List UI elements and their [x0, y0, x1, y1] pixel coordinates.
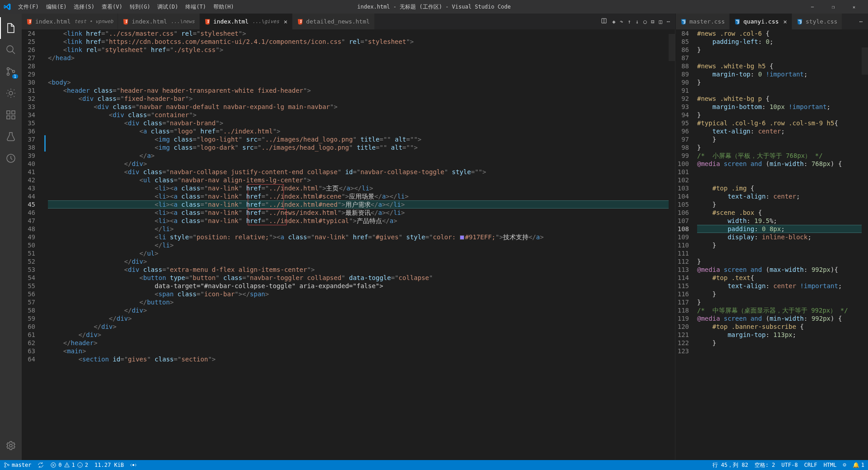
editor-tab[interactable]: style.css: [792, 14, 842, 29]
timeline-icon[interactable]: [0, 147, 22, 169]
minimap[interactable]: [669, 29, 675, 460]
code-line[interactable]: #typical .col-lg-6 .row .col-sm-9 h5{: [697, 119, 862, 127]
minimize-button[interactable]: ─: [802, 5, 823, 9]
code-line[interactable]: display: inline-block;: [697, 233, 862, 241]
code-line[interactable]: <link rel="stylesheet" href="./style.css…: [48, 46, 669, 54]
code-line[interactable]: @media screen and (min-width: 768px) {: [697, 160, 862, 168]
next-change-icon[interactable]: ↓: [636, 19, 639, 25]
code-line[interactable]: [697, 86, 862, 95]
editor-right[interactable]: 8485868788899091929394959697989910010110…: [675, 29, 868, 460]
code-line[interactable]: #news .row .col-6 {: [697, 29, 862, 38]
code-line[interactable]: }: [697, 111, 862, 119]
code-line[interactable]: </div>: [48, 306, 669, 314]
code-line[interactable]: /* 小屏幕（平板，大于等于 768px） */: [697, 152, 862, 160]
code-line[interactable]: width: 19.5%;: [697, 217, 862, 225]
code-line[interactable]: </div>: [48, 257, 669, 266]
code-line[interactable]: [697, 249, 862, 257]
menu-bar[interactable]: 文件(F) 编辑(E) 选择(S) 查看(V) 转到(G) 调试(D) 终端(T…: [14, 3, 238, 11]
code-line[interactable]: <img class="logo-light" src="../images/h…: [48, 135, 669, 143]
more-actions-icon[interactable]: ⋯: [667, 19, 670, 25]
code-line[interactable]: <li><a class="nav-link" href="../index.h…: [48, 217, 669, 225]
code-line[interactable]: <a class="logo" href="../index.html">: [48, 127, 669, 135]
code-line[interactable]: #top .img {: [697, 184, 862, 192]
code-line[interactable]: <div class="navbar navbar-default navbar…: [48, 103, 669, 111]
search-icon[interactable]: [0, 39, 22, 61]
code-line[interactable]: }: [697, 241, 862, 249]
editor-tab[interactable]: index.htmltest • vpnweb: [22, 14, 118, 29]
code-line[interactable]: </head>: [48, 54, 669, 62]
code-line[interactable]: margin-top: 0 !important;: [697, 70, 862, 78]
compare-icon[interactable]: [600, 17, 608, 26]
circle-icon[interactable]: ◯: [643, 19, 646, 25]
code-line[interactable]: }: [697, 298, 862, 306]
code-line[interactable]: <main>: [48, 347, 669, 355]
menu-terminal[interactable]: 终端(T): [182, 3, 210, 11]
go-forward-icon[interactable]: ↷: [620, 19, 623, 25]
code-line[interactable]: #scene .box {: [697, 209, 862, 217]
editor-tab[interactable]: master.css: [676, 14, 730, 29]
status-lncol[interactable]: 行 45，列 82: [712, 461, 748, 469]
code-line[interactable]: <img class="logo-dark" src="../images/he…: [48, 143, 669, 152]
menu-help[interactable]: 帮助(H): [210, 3, 238, 11]
status-lang[interactable]: HTML: [824, 462, 837, 468]
code-line[interactable]: #top .banner-subscribe {: [697, 323, 862, 331]
code-line[interactable]: <li><a class="nav-link" href="../index.h…: [48, 200, 669, 209]
code-line[interactable]: text-align: center;: [697, 127, 862, 135]
editor-tab[interactable]: detailed_news.html: [292, 14, 375, 29]
code-line[interactable]: <button type="button" class="navbar-togg…: [48, 274, 669, 282]
menu-view[interactable]: 查看(V): [98, 3, 126, 11]
go-back-icon[interactable]: ◈: [612, 19, 615, 25]
status-bell[interactable]: 🔔1: [853, 462, 864, 468]
code-line[interactable]: @media screen and (min-width: 992px) {: [697, 314, 862, 323]
code-line[interactable]: <ul class="navbar-nav align-items-lg-cen…: [48, 176, 669, 184]
code-line[interactable]: [697, 347, 862, 355]
code-line[interactable]: </div>: [48, 314, 669, 323]
split-editor-icon[interactable]: ◫: [659, 19, 662, 25]
code-line[interactable]: }: [697, 290, 862, 298]
code-line[interactable]: }: [697, 46, 862, 54]
code-line[interactable]: padding: 0 8px;: [697, 225, 862, 233]
code-line[interactable]: <link href="../css/master.css" rel="styl…: [48, 29, 669, 38]
more-actions-icon[interactable]: ⋯: [859, 19, 863, 25]
code-line[interactable]: [48, 62, 669, 70]
code-line[interactable]: <li><a class="nav-link" href="../index.h…: [48, 184, 669, 192]
code-line[interactable]: </a>: [48, 152, 669, 160]
status-feedback[interactable]: ☺: [843, 462, 846, 468]
menu-edit[interactable]: 编辑(E): [42, 3, 71, 11]
code-line[interactable]: [697, 168, 862, 176]
code-line[interactable]: </header>: [48, 339, 669, 347]
code-line[interactable]: #news .white-bg h5 {: [697, 62, 862, 70]
code-line[interactable]: }: [697, 78, 862, 86]
source-control-icon[interactable]: 1: [0, 61, 22, 82]
explorer-icon[interactable]: [0, 17, 22, 39]
code-line[interactable]: <div class="fixed-header-bar">: [48, 95, 669, 103]
code-line[interactable]: }: [697, 135, 862, 143]
save-icon[interactable]: ⊟: [651, 19, 654, 25]
code-line[interactable]: <link href="https://cdn.bootcss.com/sema…: [48, 38, 669, 46]
code-line[interactable]: <li><a class="nav-link" href="../index.h…: [48, 192, 669, 200]
code-line[interactable]: <div class="navbar-collapse justify-cont…: [48, 168, 669, 176]
status-sync[interactable]: [38, 462, 44, 468]
code-line[interactable]: <li style="position: relative;"><a class…: [48, 233, 669, 241]
code-line[interactable]: <section id="gives" class="section">: [48, 355, 669, 363]
menu-file[interactable]: 文件(F): [14, 3, 42, 11]
code-line[interactable]: padding-left: 0;: [697, 38, 862, 46]
code-line[interactable]: }: [697, 257, 862, 266]
minimap[interactable]: [862, 29, 868, 460]
close-icon[interactable]: ×: [783, 18, 787, 25]
code-line[interactable]: @media screen and (max-width: 992px){: [697, 266, 862, 274]
code-line[interactable]: data-target="#navbar-collapse-toggle" ar…: [48, 282, 669, 290]
close-window-button[interactable]: ✕: [844, 5, 864, 9]
test-icon[interactable]: [0, 126, 22, 147]
code-line[interactable]: margin-bottom: 10px !important;: [697, 103, 862, 111]
code-line[interactable]: <li><a class="nav-link" href="../news/in…: [48, 209, 669, 217]
status-problems[interactable]: 0 1 2: [50, 462, 88, 468]
code-line[interactable]: }: [697, 339, 862, 347]
code-line[interactable]: [697, 176, 862, 184]
debug-icon[interactable]: [0, 82, 22, 104]
code-line[interactable]: <div class="navbar-brand">: [48, 119, 669, 127]
status-live[interactable]: [130, 462, 137, 468]
code-line[interactable]: [48, 70, 669, 78]
code-line[interactable]: </li>: [48, 241, 669, 249]
code-line[interactable]: text-align: center !important;: [697, 282, 862, 290]
